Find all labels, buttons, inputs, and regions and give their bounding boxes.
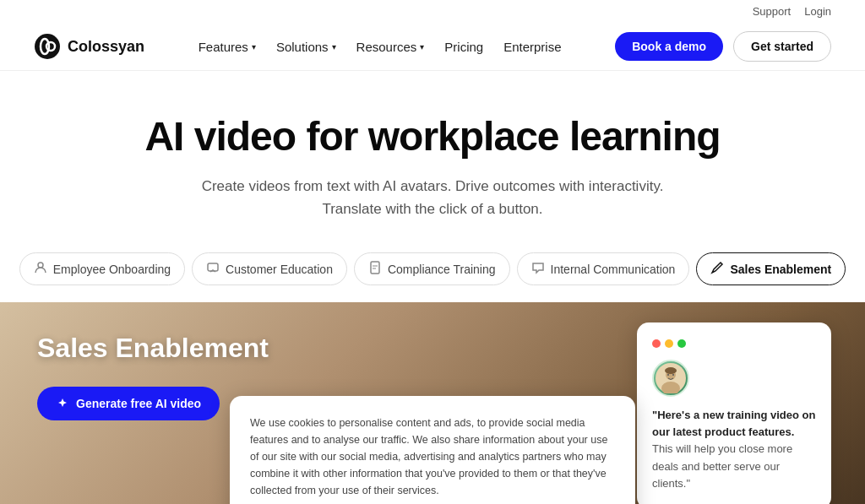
chat-quote-rest: This will help you close more deals and … [652, 442, 792, 489]
nav-actions: Book a demo Get started [615, 31, 831, 62]
topbar-login-link[interactable]: Login [804, 5, 831, 18]
nav-features[interactable]: Features ▾ [199, 40, 256, 54]
nav-pricing[interactable]: Pricing [444, 40, 483, 54]
topbar: Support Login [0, 0, 865, 23]
internal-comm-icon [531, 261, 545, 277]
chat-avatar [652, 360, 689, 397]
tab-compliance-label: Compliance Training [388, 263, 496, 276]
dot-red [652, 339, 661, 348]
avatar-svg [656, 363, 686, 393]
tabs-row: Employee Onboarding Customer Education C… [0, 244, 865, 285]
dot-yellow [665, 339, 673, 348]
svg-point-17 [665, 367, 677, 374]
tab-customer-education[interactable]: Customer Education [192, 252, 347, 285]
tab-education-label: Customer Education [226, 263, 333, 276]
hero-subtitle-line1: Create videos from text with AI avatars.… [202, 178, 664, 194]
nav-enterprise[interactable]: Enterprise [503, 40, 561, 54]
svg-point-3 [38, 263, 43, 268]
sales-icon [710, 261, 724, 277]
resources-chevron-icon: ▾ [420, 42, 424, 51]
nav-links: Features ▾ Solutions ▾ Resources ▾ Prici… [199, 40, 562, 54]
topbar-support-link[interactable]: Support [753, 5, 792, 18]
dot-green [677, 339, 686, 348]
generate-button-label: Generate free AI video [76, 397, 201, 410]
tab-onboarding-label: Employee Onboarding [53, 263, 171, 276]
chat-text: "Here's a new training video on our late… [652, 407, 816, 492]
hero-visual: Sales Enablement Generate free AI video [0, 302, 865, 504]
onboarding-icon [34, 261, 47, 277]
tab-internal-communication[interactable]: Internal Communication [517, 252, 690, 285]
svg-rect-5 [371, 262, 379, 274]
window-dots [652, 339, 816, 348]
book-demo-button[interactable]: Book a demo [615, 32, 723, 61]
tab-sales-label: Sales Enablement [730, 263, 831, 276]
navbar: Colossyan Features ▾ Solutions ▾ Resourc… [0, 23, 865, 71]
hero-section-title: Sales Enablement [37, 333, 269, 364]
svg-point-16 [672, 374, 674, 376]
logo[interactable]: Colossyan [34, 33, 144, 60]
hero-subtitle-line2: Translate with the click of a button. [322, 201, 542, 217]
cookie-text: We use cookies to personalise content an… [250, 415, 615, 499]
tab-compliance-training[interactable]: Compliance Training [354, 252, 510, 285]
hero-subtitle: Create videos from text with AI avatars.… [17, 175, 848, 220]
cookie-banner: We use cookies to personalise content an… [230, 396, 635, 504]
generate-ai-video-button[interactable]: Generate free AI video [37, 387, 220, 420]
chat-quote-bold: "Here's a new training video on our late… [652, 409, 815, 438]
education-icon [206, 261, 220, 277]
nav-resources[interactable]: Resources ▾ [356, 40, 425, 54]
solutions-chevron-icon: ▾ [332, 42, 336, 51]
get-started-button[interactable]: Get started [733, 31, 831, 62]
nav-solutions[interactable]: Solutions ▾ [276, 40, 336, 54]
tab-internal-label: Internal Communication [551, 263, 676, 276]
logo-icon [34, 33, 61, 60]
chat-card: "Here's a new training video on our late… [637, 322, 831, 504]
hero-section: AI video for workplace learning Create v… [0, 71, 865, 244]
hero-title: AI video for workplace learning [17, 115, 848, 160]
svg-point-15 [667, 374, 669, 376]
logo-text: Colossyan [68, 38, 144, 56]
features-chevron-icon: ▾ [252, 42, 256, 51]
generate-icon [56, 397, 69, 410]
tab-sales-enablement[interactable]: Sales Enablement [696, 252, 846, 285]
compliance-icon [368, 261, 382, 277]
tab-employee-onboarding[interactable]: Employee Onboarding [19, 252, 185, 285]
